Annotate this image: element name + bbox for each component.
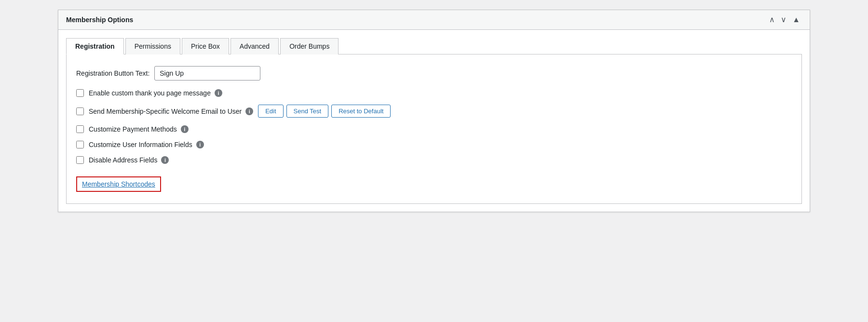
tab-permissions[interactable]: Permissions <box>125 38 180 54</box>
panel-body: Registration Permissions Price Box Advan… <box>58 30 810 212</box>
payment-methods-info-icon: i <box>181 125 189 133</box>
custom-thank-you-row: Enable custom thank you page message i <box>76 89 792 97</box>
button-text-label: Registration Button Text: <box>76 69 149 77</box>
toggle-button[interactable]: ▲ <box>790 15 802 25</box>
custom-thank-you-label: Enable custom thank you page message <box>89 89 211 97</box>
tab-price-box[interactable]: Price Box <box>182 38 229 54</box>
disable-address-info-icon: i <box>161 156 169 164</box>
custom-thank-you-checkbox[interactable] <box>76 89 84 97</box>
welcome-email-info-icon: i <box>245 107 253 115</box>
button-text-row: Registration Button Text: <box>76 66 792 80</box>
user-info-fields-row: Customize User Information Fields i <box>76 141 792 148</box>
collapse-down-button[interactable]: ∨ <box>779 15 788 25</box>
send-test-button[interactable]: Send Test <box>286 105 329 118</box>
tab-registration[interactable]: Registration <box>66 38 124 54</box>
payment-methods-checkbox[interactable] <box>76 125 84 133</box>
welcome-email-row: Send Membership-Specific Welcome Email t… <box>76 105 792 118</box>
membership-shortcodes-link[interactable]: Membership Shortcodes <box>82 180 155 188</box>
payment-methods-label: Customize Payment Methods <box>89 125 177 133</box>
panel-title: Membership Options <box>66 16 133 24</box>
welcome-email-label: Send Membership-Specific Welcome Email t… <box>89 107 242 115</box>
custom-thank-you-info-icon: i <box>215 89 222 97</box>
edit-button[interactable]: Edit <box>258 105 283 118</box>
button-text-input[interactable] <box>154 66 260 80</box>
user-info-fields-checkbox[interactable] <box>76 141 84 148</box>
reset-to-default-button[interactable]: Reset to Default <box>331 105 391 118</box>
welcome-email-checkbox[interactable] <box>76 107 84 115</box>
disable-address-row: Disable Address Fields i <box>76 156 792 164</box>
shortcodes-link-container: Membership Shortcodes <box>76 176 161 192</box>
tab-content-registration: Registration Button Text: Enable custom … <box>66 54 802 204</box>
user-info-fields-label: Customize User Information Fields <box>89 141 192 148</box>
user-info-fields-info-icon: i <box>196 141 204 148</box>
collapse-up-button[interactable]: ∧ <box>767 15 777 25</box>
panel-header: Membership Options ∧ ∨ ▲ <box>58 10 810 30</box>
tab-order-bumps[interactable]: Order Bumps <box>280 38 339 54</box>
tab-advanced[interactable]: Advanced <box>231 38 279 54</box>
membership-options-panel: Membership Options ∧ ∨ ▲ Registration Pe… <box>58 10 810 212</box>
tabs-container: Registration Permissions Price Box Advan… <box>66 38 802 54</box>
disable-address-checkbox[interactable] <box>76 156 84 164</box>
disable-address-label: Disable Address Fields <box>89 156 157 164</box>
payment-methods-row: Customize Payment Methods i <box>76 125 792 133</box>
panel-controls: ∧ ∨ ▲ <box>767 15 802 25</box>
